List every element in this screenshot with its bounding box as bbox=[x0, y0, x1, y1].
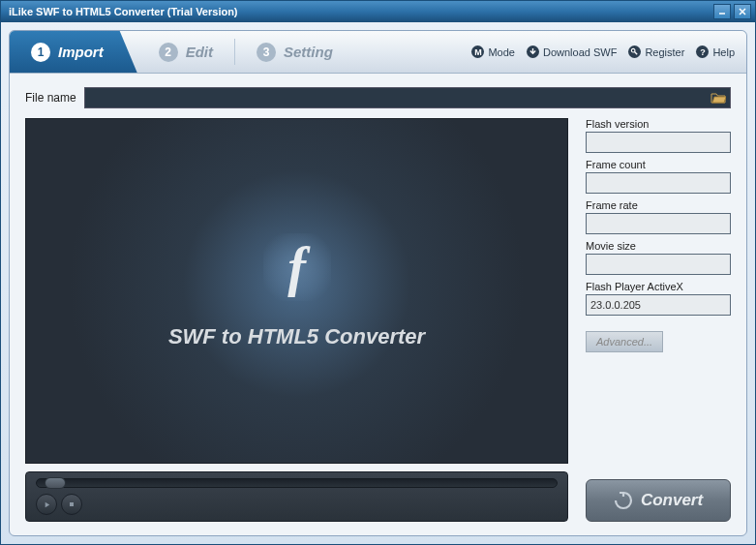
tab-edit[interactable]: 2 Edit bbox=[137, 31, 234, 73]
help-button[interactable]: ? Help bbox=[696, 45, 735, 58]
download-label: Download SWF bbox=[543, 46, 617, 58]
filename-input[interactable] bbox=[84, 87, 731, 108]
frame-rate-field[interactable] bbox=[586, 213, 731, 234]
activex-field[interactable] bbox=[586, 294, 731, 316]
tab-label: Edit bbox=[186, 44, 213, 60]
mode-label: Mode bbox=[488, 46, 515, 58]
browse-icon[interactable] bbox=[711, 91, 726, 105]
tab-number: 3 bbox=[257, 43, 276, 62]
activex-label: Flash Player ActiveX bbox=[586, 281, 731, 292]
flash-icon: f bbox=[287, 236, 306, 298]
tab-import[interactable]: 1 Import bbox=[10, 31, 137, 73]
flash-version-field[interactable] bbox=[586, 132, 731, 153]
preview-title: SWF to HTML5 Converter bbox=[168, 324, 425, 349]
player-bar bbox=[25, 471, 568, 522]
help-label: Help bbox=[712, 46, 735, 58]
slider-thumb[interactable] bbox=[45, 477, 66, 489]
help-icon: ? bbox=[696, 45, 709, 58]
tab-number: 1 bbox=[31, 43, 50, 62]
seek-slider[interactable] bbox=[36, 478, 558, 488]
filename-label: File name bbox=[25, 91, 76, 105]
stop-button[interactable] bbox=[61, 494, 82, 515]
flash-logo: f bbox=[263, 233, 331, 301]
convert-icon bbox=[614, 491, 633, 510]
tab-setting[interactable]: 3 Setting bbox=[235, 31, 354, 73]
frame-rate-label: Frame rate bbox=[586, 199, 731, 211]
mode-icon: M bbox=[471, 45, 484, 58]
tab-label: Setting bbox=[284, 44, 333, 60]
svg-point-3 bbox=[632, 48, 636, 52]
download-swf-button[interactable]: Download SWF bbox=[527, 45, 617, 58]
key-icon bbox=[628, 45, 641, 58]
svg-line-4 bbox=[635, 52, 638, 55]
download-icon bbox=[527, 45, 539, 58]
svg-rect-5 bbox=[70, 502, 74, 506]
titlebar: iLike SWF to HTML5 Converter (Trial Vers… bbox=[1, 1, 755, 22]
window-title: iLike SWF to HTML5 Converter (Trial Vers… bbox=[5, 6, 238, 17]
tab-bar: 1 Import 2 Edit 3 Setting M Mode bbox=[10, 31, 746, 74]
convert-button[interactable]: Convert bbox=[586, 479, 731, 522]
advanced-button[interactable]: Advanced... bbox=[586, 331, 663, 352]
mode-button[interactable]: M Mode bbox=[471, 45, 515, 58]
flash-version-label: Flash version bbox=[586, 118, 731, 130]
window-controls bbox=[713, 4, 751, 19]
movie-size-label: Movie size bbox=[586, 240, 731, 252]
register-label: Register bbox=[645, 46, 684, 58]
convert-label: Convert bbox=[641, 491, 703, 510]
minimize-button[interactable] bbox=[713, 4, 731, 19]
preview-area: f SWF to HTML5 Converter bbox=[25, 118, 568, 464]
tab-label: Import bbox=[58, 44, 104, 60]
close-button[interactable] bbox=[734, 4, 751, 19]
movie-size-field[interactable] bbox=[586, 254, 731, 275]
frame-count-label: Frame count bbox=[586, 159, 731, 170]
play-button[interactable] bbox=[36, 494, 57, 515]
tab-number: 2 bbox=[159, 43, 178, 62]
frame-count-field[interactable] bbox=[586, 172, 731, 194]
register-button[interactable]: Register bbox=[628, 45, 684, 58]
